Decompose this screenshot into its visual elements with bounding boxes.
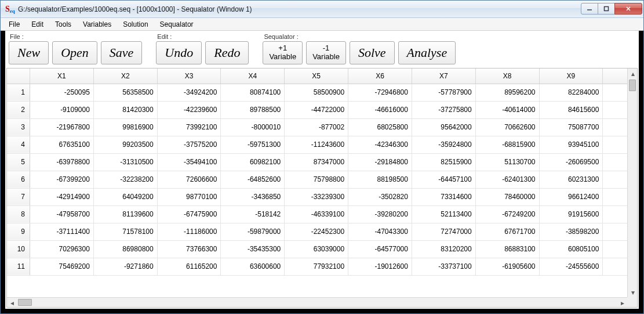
menu-tools[interactable]: Tools	[49, 19, 77, 30]
cell[interactable]: 67671700	[475, 223, 539, 240]
cell[interactable]: 96612400	[539, 188, 603, 205]
column-header[interactable]: X6	[348, 68, 412, 84]
cell[interactable]: -19012600	[348, 258, 412, 275]
plus-variable-button[interactable]: +1 Variable	[263, 41, 303, 64]
minus-variable-button[interactable]: -1 Variable	[306, 41, 346, 64]
cell[interactable]: -8000010	[221, 118, 285, 136]
cell[interactable]: -9271860	[93, 258, 157, 275]
cell[interactable]: -61905600	[475, 258, 539, 275]
cell[interactable]: -33239300	[285, 188, 348, 205]
column-header[interactable]: X1	[30, 68, 94, 84]
cell[interactable]: 89596200	[475, 84, 539, 101]
undo-button[interactable]: Undo	[156, 41, 202, 64]
cell[interactable]: -29184800	[348, 153, 412, 171]
cell[interactable]: 60982100	[221, 153, 285, 171]
cell[interactable]: -26226900	[603, 118, 627, 136]
cell[interactable]: 73766300	[157, 240, 221, 258]
cell[interactable]: 89788500	[221, 101, 285, 118]
maximize-button[interactable]	[598, 3, 615, 15]
cell[interactable]: 52113400	[412, 205, 475, 223]
menu-file[interactable]: File	[3, 19, 26, 30]
scroll-right-icon[interactable]: ▸	[617, 298, 627, 308]
row-header[interactable]: 5	[7, 153, 30, 171]
cell[interactable]: 82515900	[412, 153, 475, 171]
cell[interactable]: -11243600	[285, 136, 348, 153]
scroll-h-track[interactable]	[17, 298, 617, 307]
scroll-h-thumb[interactable]	[18, 299, 32, 306]
cell[interactable]: 63600600	[221, 258, 285, 275]
row-header[interactable]: 4	[7, 136, 30, 153]
cell[interactable]: -70251000	[603, 153, 627, 171]
cell[interactable]: 75798800	[285, 171, 348, 188]
cell[interactable]: -33737100	[412, 258, 475, 275]
cell[interactable]: 82284000	[539, 84, 603, 101]
row-header[interactable]: 8	[7, 205, 30, 223]
cell[interactable]: 72606600	[157, 171, 221, 188]
scroll-down-icon[interactable]: ▾	[628, 287, 638, 297]
cell[interactable]: -44722000	[285, 101, 348, 118]
cell[interactable]: -67475900	[157, 205, 221, 223]
cell[interactable]: 73314600	[412, 188, 475, 205]
cell[interactable]: -34924200	[157, 84, 221, 101]
column-header[interactable]: X5	[285, 68, 348, 84]
cell[interactable]: 87347000	[285, 153, 348, 171]
cell[interactable]: -250095	[30, 84, 94, 101]
cell[interactable]: -67249200	[475, 205, 539, 223]
data-table[interactable]: X1 X2 X3 X4 X5 X6 X7 X8 X9 X10	[7, 68, 627, 276]
cell[interactable]: -67399200	[30, 171, 94, 188]
cell[interactable]: 60805100	[539, 240, 603, 258]
cell[interactable]: -59751300	[221, 136, 285, 153]
cell[interactable]: 78460000	[475, 188, 539, 205]
cell[interactable]: -37111400	[30, 223, 94, 240]
cell[interactable]: 74660500	[603, 84, 627, 101]
row-header[interactable]: 10	[7, 240, 30, 258]
cell[interactable]: 53529500	[603, 136, 627, 153]
cell[interactable]: 53218200	[603, 171, 627, 188]
menu-edit[interactable]: Edit	[26, 19, 49, 30]
cell[interactable]: -47958700	[30, 205, 94, 223]
cell[interactable]: -59879000	[221, 223, 285, 240]
cell[interactable]: -518142	[221, 205, 285, 223]
cell[interactable]: -42346300	[348, 136, 412, 153]
cell[interactable]: 91915600	[539, 205, 603, 223]
cell[interactable]: -57787900	[412, 84, 475, 101]
cell[interactable]: 67635100	[30, 136, 94, 153]
cell[interactable]: -35924800	[412, 136, 475, 153]
title-bar[interactable]: Seq G:/sequalator/Examples/1000eq.seq - …	[1, 1, 643, 18]
cell[interactable]: 80874100	[221, 84, 285, 101]
cell[interactable]: 58500900	[285, 84, 348, 101]
cell[interactable]: -42914900	[30, 188, 94, 205]
cell[interactable]: -9109000	[30, 101, 94, 118]
cell[interactable]: 95642000	[412, 118, 475, 136]
cell[interactable]: -46339100	[285, 205, 348, 223]
row-header[interactable]: 6	[7, 171, 30, 188]
cell[interactable]: 68025800	[348, 118, 412, 136]
cell[interactable]: 92733500	[603, 240, 627, 258]
cell[interactable]: 70296300	[30, 240, 94, 258]
cell[interactable]: 61165200	[157, 258, 221, 275]
cell[interactable]: -37575200	[157, 136, 221, 153]
row-header[interactable]: 11	[7, 258, 30, 275]
cell[interactable]: 83120200	[412, 240, 475, 258]
column-header[interactable]: X10	[603, 68, 627, 84]
cell[interactable]: -22452300	[285, 223, 348, 240]
cell[interactable]: 70662600	[475, 118, 539, 136]
cell[interactable]: -64577000	[348, 240, 412, 258]
cell[interactable]: 94021400	[603, 223, 627, 240]
cell[interactable]: -21967800	[30, 118, 94, 136]
cell[interactable]: 99816900	[93, 118, 157, 136]
cell[interactable]: 51130700	[475, 153, 539, 171]
cell[interactable]: -877002	[285, 118, 348, 136]
menu-variables[interactable]: Variables	[77, 19, 117, 30]
cell[interactable]: 81139600	[93, 205, 157, 223]
vertical-scrollbar[interactable]: ▴ ▾	[627, 68, 637, 297]
cell[interactable]: 60231300	[539, 171, 603, 188]
cell[interactable]: 77932100	[285, 258, 348, 275]
minimize-button[interactable]	[581, 3, 598, 15]
cell[interactable]: 63039000	[285, 240, 348, 258]
row-header[interactable]: 9	[7, 223, 30, 240]
cell[interactable]: -63978800	[30, 153, 94, 171]
cell[interactable]: 71578100	[93, 223, 157, 240]
cell[interactable]: 87484400	[603, 101, 627, 118]
cell[interactable]: 98770100	[157, 188, 221, 205]
